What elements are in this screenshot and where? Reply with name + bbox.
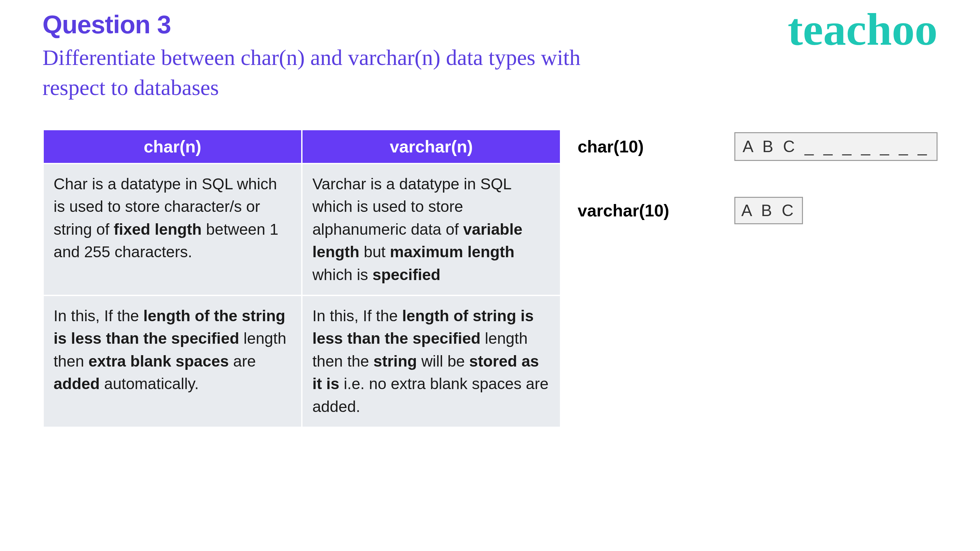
example-char-box: A B C _ _ _ _ _ _ _ (734, 132, 937, 161)
question-text: Differentiate between char(n) and varcha… (43, 43, 598, 103)
header-row: Question 3 Differentiate between char(n)… (43, 10, 937, 103)
table-row: In this, If the length of the string is … (43, 295, 560, 427)
table-header-char: char(n) (43, 130, 302, 164)
table-header-varchar: varchar(n) (302, 130, 560, 164)
comparison-table: char(n) varchar(n) Char is a datatype in… (43, 129, 561, 428)
example-row-char: char(10) A B C _ _ _ _ _ _ _ (578, 132, 937, 161)
table-row: Char is a datatype in SQL which is used … (43, 164, 560, 295)
cell-varchar-1: Varchar is a datatype in SQL which is us… (302, 164, 560, 295)
cell-varchar-2: In this, If the length of string is less… (302, 295, 560, 427)
cell-char-1: Char is a datatype in SQL which is used … (43, 164, 302, 295)
example-column: char(10) A B C _ _ _ _ _ _ _ varchar(10)… (578, 129, 937, 260)
example-char-label: char(10) (578, 137, 676, 156)
question-number: Question 3 (43, 10, 598, 40)
title-block: Question 3 Differentiate between char(n)… (43, 10, 598, 103)
logo: teachoo (788, 6, 937, 52)
example-varchar-box: A B C (734, 197, 803, 224)
example-row-varchar: varchar(10) A B C (578, 197, 937, 224)
content-row: char(n) varchar(n) Char is a datatype in… (43, 129, 937, 428)
cell-char-2: In this, If the length of the string is … (43, 295, 302, 427)
table-header-row: char(n) varchar(n) (43, 130, 560, 164)
example-varchar-label: varchar(10) (578, 201, 676, 220)
